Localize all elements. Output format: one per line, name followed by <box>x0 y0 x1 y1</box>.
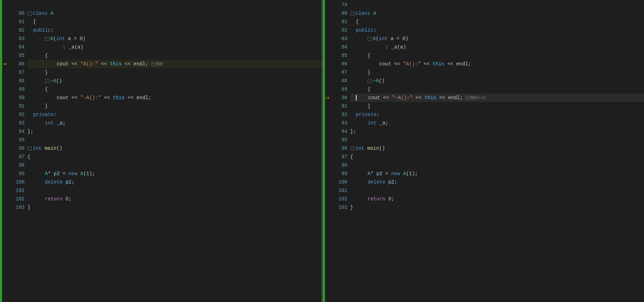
right-line-94: }; <box>350 127 644 136</box>
left-line-numbers: 80 81 82 83 84 85 86 87 88 89 90 91 92 9… <box>10 0 27 302</box>
left-line-97: { <box>27 153 321 161</box>
left-line-101 <box>27 186 321 195</box>
right-arrow-indicator: ⇒ <box>326 94 330 102</box>
left-line-96: -int main() <box>27 144 321 153</box>
left-line-100: delete p2; <box>27 178 321 186</box>
right-fold-btn-88[interactable]: - <box>368 79 372 83</box>
left-line-82: public: <box>27 26 321 34</box>
right-line-numbers: 79 80 81 82 83 84 85 86 87 88 89 90 91 9… <box>333 0 350 302</box>
right-line-83: -A(int a = 0) <box>350 34 644 43</box>
left-code-area: -class A { public: -A(int a = 0) : _a(a)… <box>27 0 321 302</box>
right-line-86: cout << "A():" << this << endl; <box>350 60 644 68</box>
left-line-88: -~A() <box>27 77 321 85</box>
left-line-91: } <box>27 102 321 110</box>
left-line-92: private: <box>27 110 321 119</box>
left-line-84: : _a(a) <box>27 43 321 51</box>
right-fold-btn-83[interactable]: - <box>368 37 372 41</box>
left-line-94: }; <box>27 127 321 136</box>
right-fold-btn-80[interactable]: - <box>350 12 355 15</box>
left-arrow-col: ⇒ <box>2 0 10 302</box>
left-line-90: cout << "~A():" << this << endl; <box>27 94 321 102</box>
left-line-81: { <box>27 18 321 26</box>
right-line-85: { <box>350 51 644 60</box>
right-line-91: } <box>350 102 644 110</box>
fold-btn-80[interactable]: - <box>27 12 32 15</box>
left-line-89: { <box>27 85 321 94</box>
left-line-102: return 0; <box>27 195 321 203</box>
fold-btn-88[interactable]: - <box>45 79 49 83</box>
right-line-87: } <box>350 68 644 77</box>
fold-btn-83[interactable]: - <box>45 37 49 41</box>
right-line-101 <box>350 186 644 195</box>
right-arrow-col: ⇒ <box>325 0 333 302</box>
left-line-93: int _a; <box>27 119 321 127</box>
right-line-92: private: <box>350 110 644 119</box>
right-line-93: int _a; <box>350 119 644 127</box>
right-line-100: delete p2; <box>350 178 644 186</box>
right-line-80: -class A <box>350 9 644 18</box>
right-line-96: -int main() <box>350 144 644 153</box>
right-line-97: { <box>350 153 644 161</box>
left-line-103: } <box>27 203 321 212</box>
left-line-85: { <box>27 51 321 60</box>
right-line-103: } <box>350 203 644 212</box>
right-line-84: : _a(a) <box>350 43 644 51</box>
left-line-87: } <box>27 68 321 77</box>
right-line-99: A* p2 = new A(1); <box>350 169 644 178</box>
left-line-80: -class A <box>27 9 321 18</box>
left-line-83: -A(int a = 0) <box>27 34 321 43</box>
right-line-81: { <box>350 18 644 26</box>
fold-btn-96[interactable]: - <box>27 147 32 150</box>
left-line-99: A* p2 = new A(1); <box>27 169 321 178</box>
right-line-79 <box>350 1 644 9</box>
right-line-88: -~A() <box>350 77 644 85</box>
left-line-98 <box>27 161 321 169</box>
left-line-86: cout << "A():" << this << endl; 已用时 <box>27 60 321 68</box>
right-fold-btn-96[interactable]: - <box>350 147 355 150</box>
right-code-area: -class A { public: -A(int a = 0) : _a(a)… <box>350 0 644 302</box>
left-arrow-indicator: ⇒ <box>3 60 7 68</box>
right-line-98 <box>350 161 644 169</box>
left-line-95 <box>27 136 321 144</box>
right-line-82: public: <box>350 26 644 34</box>
right-line-89: { <box>350 85 644 94</box>
right-line-102: return 0; <box>350 195 644 203</box>
right-line-95 <box>350 136 644 144</box>
right-line-90: cout << "~A():" << this << endl; 已用时<=1 <box>350 94 644 102</box>
